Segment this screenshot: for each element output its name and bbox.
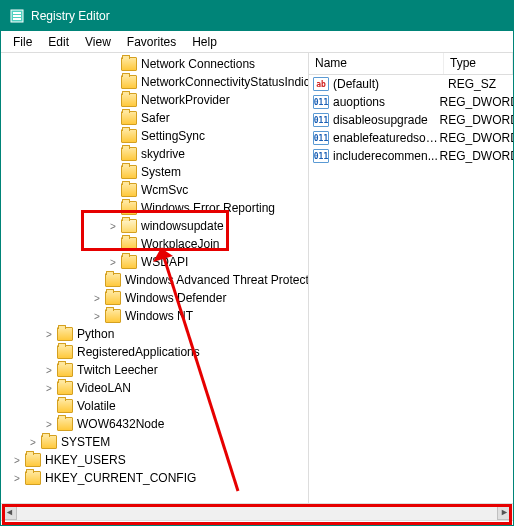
expander-icon[interactable]: > (43, 382, 55, 394)
folder-icon (105, 291, 121, 305)
tree-item[interactable]: >WcmSvc (1, 181, 308, 199)
tree-item-label: HKEY_USERS (45, 453, 126, 467)
folder-icon (57, 381, 73, 395)
tree-pane[interactable]: >Network Connections>NetworkConnectivity… (1, 53, 309, 503)
folder-icon (121, 219, 137, 233)
tree-item[interactable]: >WorkplaceJoin (1, 235, 308, 253)
value-type: REG_DWORD (440, 95, 513, 109)
folder-icon (121, 183, 137, 197)
folder-icon (57, 417, 73, 431)
expander-icon[interactable]: > (107, 256, 119, 268)
menu-favorites[interactable]: Favorites (119, 33, 184, 51)
expander-icon[interactable]: > (27, 436, 39, 448)
tree-item[interactable]: >Safer (1, 109, 308, 127)
column-header-name[interactable]: Name (309, 53, 444, 74)
expander-icon[interactable]: > (43, 418, 55, 430)
list-row[interactable]: 011enablefeaturedsoft...REG_DWORD (309, 129, 513, 147)
list-row[interactable]: ab(Default)REG_SZ (309, 75, 513, 93)
expander-icon[interactable]: > (11, 454, 23, 466)
tree-item[interactable]: >NetworkProvider (1, 91, 308, 109)
tree-item[interactable]: >Windows NT (1, 307, 308, 325)
tree-item-label: Windows Defender (125, 291, 226, 305)
folder-icon (121, 147, 137, 161)
tree-item-label: NetworkConnectivityStatusIndicator (141, 75, 309, 89)
expander-icon[interactable]: > (43, 328, 55, 340)
tree-item-label: SettingSync (141, 129, 205, 143)
tree-item-label: WcmSvc (141, 183, 188, 197)
menu-view[interactable]: View (77, 33, 119, 51)
tree-item-label: Volatile (77, 399, 116, 413)
tree-item[interactable]: >SYSTEM (1, 433, 308, 451)
tree-item[interactable]: >Windows Error Reporting (1, 199, 308, 217)
value-name: enablefeaturedsoft... (333, 131, 440, 145)
tree-item[interactable]: >Windows Defender (1, 289, 308, 307)
value-type: REG_SZ (448, 77, 496, 91)
folder-icon (57, 345, 73, 359)
svg-rect-1 (13, 12, 21, 14)
folder-icon (41, 435, 57, 449)
tree-item-label: Windows Advanced Threat Protection (125, 273, 309, 287)
tree-item[interactable]: >VideoLAN (1, 379, 308, 397)
folder-icon (121, 255, 137, 269)
folder-icon (57, 363, 73, 377)
expander-icon[interactable]: > (43, 364, 55, 376)
tree-item[interactable]: >WOW6432Node (1, 415, 308, 433)
horizontal-scrollbar[interactable]: ◄ ► (1, 503, 513, 520)
tree-item-label: Windows Error Reporting (141, 201, 275, 215)
list-pane[interactable]: Name Type ab(Default)REG_SZ011auoptionsR… (309, 53, 513, 503)
value-name: includerecommen... (333, 149, 440, 163)
tree-item-label: Twitch Leecher (77, 363, 158, 377)
tree-item[interactable]: >Twitch Leecher (1, 361, 308, 379)
value-name: disableosupgrade (333, 113, 440, 127)
expander-icon[interactable]: > (91, 292, 103, 304)
list-row[interactable]: 011auoptionsREG_DWORD (309, 93, 513, 111)
tree-item-label: System (141, 165, 181, 179)
folder-icon (121, 75, 137, 89)
value-name: auoptions (333, 95, 440, 109)
content-area: >Network Connections>NetworkConnectivity… (1, 53, 513, 503)
tree-item[interactable]: >NetworkConnectivityStatusIndicator (1, 73, 308, 91)
column-header-type[interactable]: Type (444, 53, 513, 74)
list-row[interactable]: 011disableosupgradeREG_DWORD (309, 111, 513, 129)
menu-edit[interactable]: Edit (40, 33, 77, 51)
menu-file[interactable]: File (5, 33, 40, 51)
tree-item-label: WorkplaceJoin (141, 237, 219, 251)
scroll-left-button[interactable]: ◄ (2, 505, 17, 520)
tree-item[interactable]: >Windows Advanced Threat Protection (1, 271, 308, 289)
tree-item[interactable]: >Volatile (1, 397, 308, 415)
tree-item[interactable]: >RegisteredApplications (1, 343, 308, 361)
folder-icon (25, 471, 41, 485)
tree-item[interactable]: >System (1, 163, 308, 181)
scroll-right-button[interactable]: ► (497, 505, 512, 520)
tree-item[interactable]: >windowsupdate (1, 217, 308, 235)
tree-item[interactable]: >SettingSync (1, 127, 308, 145)
list-row[interactable]: 011includerecommen...REG_DWORD (309, 147, 513, 165)
menu-bar: File Edit View Favorites Help (1, 31, 513, 53)
expander-icon[interactable]: > (107, 220, 119, 232)
tree-item-label: Windows NT (125, 309, 193, 323)
tree-item-label: Safer (141, 111, 170, 125)
tree-item[interactable]: >HKEY_CURRENT_CONFIG (1, 469, 308, 487)
tree-item[interactable]: >Network Connections (1, 55, 308, 73)
tree-item-label: Python (77, 327, 114, 341)
tree-item[interactable]: >Python (1, 325, 308, 343)
folder-icon (57, 327, 73, 341)
expander-icon[interactable]: > (11, 472, 23, 484)
folder-icon (121, 93, 137, 107)
tree-item-label: WOW6432Node (77, 417, 164, 431)
expander-icon[interactable]: > (91, 310, 103, 322)
tree-item-label: SYSTEM (61, 435, 110, 449)
tree-item[interactable]: >skydrive (1, 145, 308, 163)
tree-item-label: HKEY_CURRENT_CONFIG (45, 471, 196, 485)
tree-item-label: WSDAPI (141, 255, 188, 269)
tree-item-label: VideoLAN (77, 381, 131, 395)
svg-rect-3 (13, 18, 21, 20)
value-type: REG_DWORD (440, 113, 513, 127)
svg-rect-2 (13, 15, 21, 17)
tree-item-label: NetworkProvider (141, 93, 230, 107)
tree-item[interactable]: >WSDAPI (1, 253, 308, 271)
menu-help[interactable]: Help (184, 33, 225, 51)
tree-item[interactable]: >HKEY_USERS (1, 451, 308, 469)
dword-value-icon: 011 (313, 113, 329, 127)
dword-value-icon: 011 (313, 131, 329, 145)
